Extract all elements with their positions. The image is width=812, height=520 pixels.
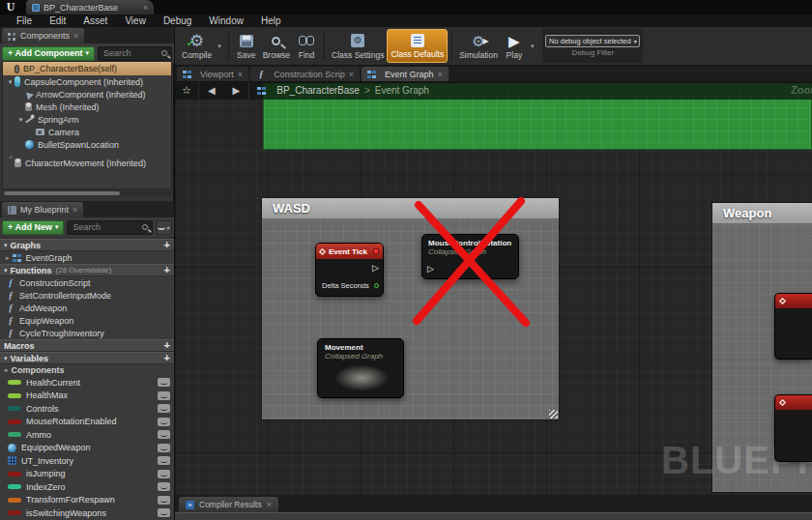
node-clipped-event-2[interactable] <box>774 394 812 462</box>
function-row-constructionscript[interactable]: ƒConstructionScript <box>0 276 174 289</box>
menu-item-debug[interactable]: Debug <box>155 14 200 27</box>
menu-item-edit[interactable]: Edit <box>41 14 74 27</box>
component-row-arrowcomponent-inherited[interactable]: ArrowComponent (Inherited) <box>3 88 171 101</box>
float-output-pin[interactable] <box>374 283 379 288</box>
chevron-down-icon[interactable]: ▾ <box>6 78 14 86</box>
horizontal-scrollbar[interactable] <box>3 190 171 196</box>
variables-section-header[interactable]: ▾ Variables + <box>0 352 174 364</box>
variable-row-ammo[interactable]: Ammo <box>0 428 174 442</box>
menu-item-window[interactable]: Window <box>200 14 252 27</box>
close-icon[interactable]: × <box>349 70 354 79</box>
resize-handle[interactable] <box>549 410 558 419</box>
macros-section-header[interactable]: Macros + <box>0 339 174 352</box>
variable-row-isjumping[interactable]: isJumping <box>0 468 174 481</box>
variable-row-transformforrespawn[interactable]: TransformForRespawn <box>0 494 174 507</box>
components-search-input[interactable] <box>99 47 171 60</box>
component-row-capsulecomponent-inherited[interactable]: ▾CapsuleComponent (Inherited) <box>3 75 171 88</box>
favorite-star-icon[interactable]: ☆ <box>175 84 198 97</box>
menu-item-view[interactable]: View <box>116 14 155 27</box>
component-row-bulletspawnlocation[interactable]: BulletSpawnLocation <box>3 138 171 151</box>
toolbar-button-class-settings[interactable]: Class Settings <box>329 29 387 63</box>
node-event-tick[interactable]: Event Tick ▷ Delta Seconds <box>315 243 384 297</box>
toolbar-button-compile[interactable]: ⚙Compile <box>179 29 215 63</box>
toolbar-button-simulation[interactable]: ⚙Simulation <box>456 29 501 63</box>
breadcrumb-asset[interactable]: BP_CharacterBase <box>276 85 360 96</box>
variable-row-healthcurrent[interactable]: HealthCurrent <box>0 376 174 390</box>
function-row-setcontrollerinputmode[interactable]: ƒSetControllerInputMode <box>0 289 174 302</box>
menu-item-help[interactable]: Help <box>252 14 290 27</box>
function-row-addweapon[interactable]: ƒAddWeapon <box>0 302 174 314</box>
forward-arrow-icon[interactable]: ▶ <box>224 85 249 96</box>
function-row-equipweapon[interactable]: ƒEquipWeapon <box>0 314 174 327</box>
node-event-tick-header[interactable]: Event Tick <box>316 244 383 259</box>
comment-weapon-header[interactable]: Weapon <box>712 203 812 224</box>
add-function-button[interactable]: + <box>164 265 170 275</box>
variable-row-healthmax[interactable]: HealthMax <box>0 390 174 403</box>
close-icon[interactable]: × <box>238 70 243 79</box>
breadcrumb-graph[interactable]: Event Graph <box>375 85 429 96</box>
doc-tab-event-graph[interactable]: Event Graph× <box>362 67 449 81</box>
toolbar-button-play[interactable]: ▶Play <box>501 29 528 63</box>
variable-row-controls[interactable]: Controls <box>0 402 174 416</box>
doc-tab-construction-scrip[interactable]: ƒConstruction Scrip× <box>250 67 360 81</box>
debug-object-dropdown[interactable]: No debug object selected▾ <box>545 35 640 47</box>
visibility-toggle[interactable] <box>158 444 170 452</box>
add-macro-button[interactable]: + <box>164 340 170 351</box>
add-new-button[interactable]: + Add New ▾ <box>2 220 64 235</box>
my-blueprint-search-input[interactable] <box>68 221 152 234</box>
toolbar-button-browse[interactable]: Browse <box>260 29 293 63</box>
function-row-cycletroughinventory[interactable]: ƒCycleTroughInventory <box>0 327 174 339</box>
close-icon[interactable]: × <box>73 31 78 41</box>
chevron-down-icon[interactable]: ▾ <box>215 43 224 50</box>
chevron-down-icon[interactable]: ▾ <box>528 43 537 50</box>
close-icon[interactable]: × <box>437 70 442 79</box>
visibility-filter-button[interactable]: ▾ <box>156 220 172 235</box>
toolbar-button-save[interactable]: Save <box>233 29 260 63</box>
visibility-toggle[interactable] <box>158 378 170 387</box>
visibility-toggle[interactable] <box>158 508 170 517</box>
component-row-mesh-inherited[interactable]: Mesh (Inherited) <box>3 101 171 113</box>
component-row-camera[interactable]: Camera <box>3 126 171 138</box>
component-row-charactermovement-inherited[interactable]: CharacterMovement (Inherited) <box>3 157 171 169</box>
variable-row-ut-inventory[interactable]: UT_Inventory <box>0 454 174 468</box>
event-graph-canvas[interactable]: ☆ ◀ ▶ BP_CharacterBase > Event Graph Zoo… <box>175 81 812 495</box>
close-icon[interactable]: × <box>72 205 77 215</box>
variable-row-isswitchingweapons[interactable]: isSwitchingWeapons <box>0 506 174 520</box>
tab-compiler-results[interactable]: » Compiler Results × <box>179 497 278 512</box>
add-graph-button[interactable]: + <box>164 240 170 250</box>
visibility-toggle[interactable] <box>158 482 170 491</box>
graphs-section-header[interactable]: ▾ Graphs + <box>0 239 174 251</box>
node-clipped-event-1[interactable] <box>774 293 812 360</box>
tab-components[interactable]: Components × <box>2 28 84 43</box>
variable-row-mouserotationenabled[interactable]: MouseRotationEnabled <box>0 416 174 429</box>
variable-row-indexzero[interactable]: IndexZero <box>0 480 174 494</box>
graph-row-eventgraph[interactable]: ▸ EventGraph <box>0 251 174 264</box>
visibility-toggle[interactable] <box>158 496 170 505</box>
variables-group-components[interactable]: ▸ Components <box>0 364 174 376</box>
add-component-button[interactable]: + Add Component ▾ <box>2 46 95 61</box>
toolbar-button-find[interactable]: Find <box>293 29 320 63</box>
chevron-down-icon[interactable]: ▾ <box>16 116 25 124</box>
functions-section-header[interactable]: ▾ Functions (28 Overridable) + <box>0 264 174 276</box>
visibility-toggle[interactable] <box>158 418 170 426</box>
exec-output-pin[interactable]: ▷ <box>372 264 379 273</box>
visibility-toggle[interactable] <box>158 430 170 439</box>
node-movement[interactable]: Movement Collapsed Graph <box>317 338 404 398</box>
visibility-toggle[interactable] <box>158 404 170 413</box>
component-row-springarm[interactable]: ▾SpringArm <box>3 113 171 126</box>
visibility-toggle[interactable] <box>158 456 170 465</box>
back-arrow-icon[interactable]: ◀ <box>199 85 224 96</box>
window-tab[interactable]: BP_CharacterBase × <box>26 0 154 14</box>
close-icon[interactable]: × <box>267 500 272 509</box>
visibility-toggle[interactable] <box>158 391 170 400</box>
menu-item-asset[interactable]: Asset <box>74 14 116 27</box>
component-row-bp-characterbase-self[interactable]: BP_CharacterBase(self) <box>3 62 171 75</box>
visibility-toggle[interactable] <box>158 470 170 478</box>
chevron-right-icon[interactable]: ▸ <box>6 254 10 262</box>
add-variable-button[interactable]: + <box>164 353 170 363</box>
toolbar-button-class-defaults[interactable]: Class Defaults <box>387 29 448 63</box>
variable-row-equippedweapon[interactable]: EquippedWeapon <box>0 442 174 455</box>
doc-tab-viewport[interactable]: Viewport× <box>177 67 248 81</box>
close-icon[interactable]: × <box>143 3 148 13</box>
tab-my-blueprint[interactable]: My Blueprint × <box>2 202 83 217</box>
